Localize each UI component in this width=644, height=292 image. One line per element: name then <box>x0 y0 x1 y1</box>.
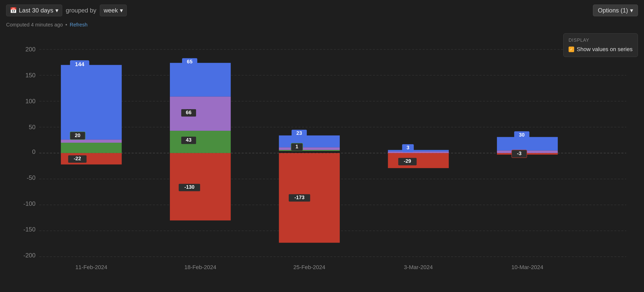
bar-3-blue <box>279 135 340 147</box>
bar-5-purple <box>497 151 558 153</box>
y-label-neg50: -50 <box>27 174 36 181</box>
bar-4-purple <box>388 152 449 153</box>
label-1-red: -22 <box>74 156 81 161</box>
label-1-green: 20 <box>75 132 80 138</box>
calendar-icon: 📅 <box>10 7 17 14</box>
bar-1-green <box>61 143 122 153</box>
label-5-blue: 30 <box>519 132 525 137</box>
chevron-down-icon: ▾ <box>120 7 123 14</box>
x-label-2: 18-Feb-2024 <box>184 264 216 270</box>
label-3-green: 1 <box>296 144 298 149</box>
date-range-button[interactable]: 📅 Last 30 days ▾ <box>6 5 62 16</box>
week-label: week <box>104 7 118 14</box>
y-label-neg200: -200 <box>23 252 36 259</box>
label-4-red: -29 <box>404 158 411 164</box>
chart-area: DISPLAY ✓ Show values on series 200 150 … <box>0 31 644 292</box>
bar-5-red <box>497 153 558 155</box>
label-2-green: 43 <box>186 137 191 143</box>
label-2-blue: 65 <box>187 59 192 64</box>
chevron-down-icon: ▾ <box>55 7 58 14</box>
refresh-link[interactable]: Refresh <box>70 22 87 28</box>
display-panel-title: DISPLAY <box>569 38 633 43</box>
bar-2-green <box>170 131 231 153</box>
dot-separator: • <box>65 22 67 28</box>
x-label-1: 11-Feb-2024 <box>75 264 107 270</box>
y-label-200: 200 <box>25 46 36 53</box>
bar-2-blue <box>170 63 231 96</box>
x-label-3: 25-Feb-2024 <box>293 264 325 270</box>
date-range-label: Last 30 days <box>19 7 53 14</box>
grouped-by-label: grouped by <box>66 7 96 14</box>
week-button[interactable]: week ▾ <box>100 5 127 16</box>
options-label: Options (1) <box>598 7 628 14</box>
bar-2-purple <box>170 97 231 131</box>
y-label-150: 150 <box>25 72 36 79</box>
y-label-neg100: -100 <box>23 200 36 207</box>
y-label-50: 50 <box>29 124 36 130</box>
display-option-show-values[interactable]: ✓ Show values on series <box>569 46 633 53</box>
bar-1-purple <box>61 140 122 143</box>
show-values-label: Show values on series <box>577 46 633 53</box>
show-values-checkbox[interactable]: ✓ <box>569 47 574 52</box>
bar-4-red <box>388 153 449 168</box>
header: 📅 Last 30 days ▾ grouped by week ▾ Optio… <box>0 0 644 21</box>
y-label-100: 100 <box>25 98 36 105</box>
bar-4-blue <box>388 150 449 152</box>
label-2-purple: 66 <box>186 110 191 115</box>
label-3-red: -173 <box>294 195 304 200</box>
chevron-down-icon: ▾ <box>630 7 633 14</box>
x-label-4: 3-Mar-2024 <box>404 264 433 270</box>
bar-3-green <box>279 150 340 151</box>
chart-svg: 200 150 100 50 0 -50 -100 -150 -200 <box>20 33 629 280</box>
label-3-blue: 23 <box>296 130 302 136</box>
y-label-neg150: -150 <box>23 226 36 233</box>
y-label-0: 0 <box>32 148 36 155</box>
x-label-5: 10-Mar-2024 <box>511 264 543 270</box>
subheader: Computed 4 minutes ago • Refresh <box>0 21 644 31</box>
label-2-red: -130 <box>184 184 195 190</box>
display-panel: DISPLAY ✓ Show values on series <box>563 33 638 57</box>
label-5-red: -3 <box>517 151 522 156</box>
computed-label: Computed 4 minutes ago <box>6 22 63 28</box>
bar-1-blue <box>61 65 122 139</box>
label-1-blue: 144 <box>75 61 84 67</box>
label-4-blue: 3 <box>407 145 409 150</box>
bar-3-purple <box>279 147 340 150</box>
chart-container: 200 150 100 50 0 -50 -100 -150 -200 <box>20 33 629 280</box>
options-button[interactable]: Options (1) ▾ <box>593 5 638 16</box>
